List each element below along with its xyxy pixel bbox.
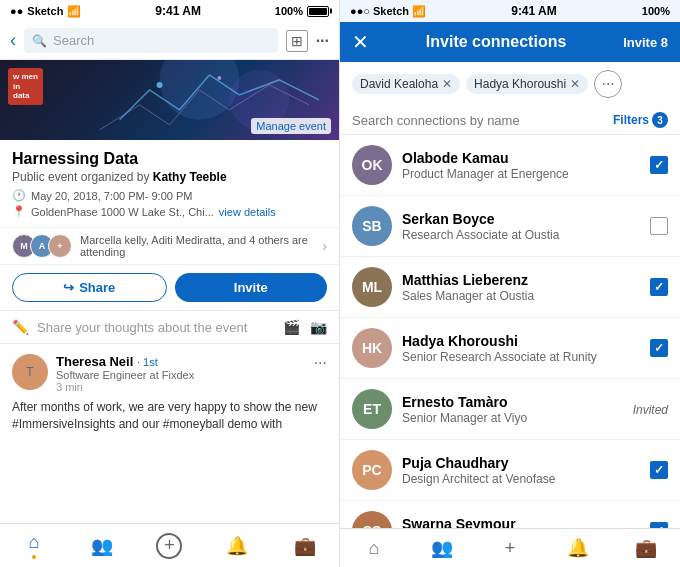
tag-david-remove[interactable]: ✕ bbox=[442, 77, 452, 91]
search-icon: 🔍 bbox=[32, 34, 47, 48]
right-battery: 100% bbox=[642, 5, 670, 17]
nav-home[interactable]: ⌂ bbox=[0, 529, 68, 562]
tag-hadya-label: Hadya Khoroushi bbox=[474, 77, 566, 91]
connection-item[interactable]: SSSwarna SeymourSenior Architect at Gold… bbox=[340, 501, 680, 528]
attendee-avatar-3: + bbox=[48, 234, 72, 258]
briefcase-icon: 💼 bbox=[294, 535, 316, 557]
post-user-title: Software Engineer at Fixdex bbox=[56, 369, 314, 381]
connection-title: Research Associate at Oustia bbox=[402, 228, 650, 242]
right-nav-notifications[interactable]: 🔔 bbox=[544, 534, 612, 562]
attendees-row[interactable]: M A + Marcella kelly, Aditi Mediratta, a… bbox=[0, 227, 339, 265]
left-nav-bar: ‹ 🔍 Search ⊞ ··· bbox=[0, 22, 339, 60]
filter-count-badge: 3 bbox=[652, 112, 668, 128]
connection-item[interactable]: MLMatthias LieberenzSales Manager at Ous… bbox=[340, 257, 680, 318]
left-panel: ●● Sketch 📶 9:41 AM 100% ‹ 🔍 Search ⊞ ··… bbox=[0, 0, 340, 567]
right-nav-network[interactable]: 👥 bbox=[408, 534, 476, 562]
nav-jobs[interactable]: 💼 bbox=[271, 529, 339, 562]
view-details-link[interactable]: view details bbox=[219, 206, 276, 218]
right-nav-add[interactable]: + bbox=[476, 534, 544, 562]
event-date-text: May 20, 2018, 7:00 PM- 9:00 PM bbox=[31, 190, 192, 202]
connection-avatar: OK bbox=[352, 145, 392, 185]
event-organizer: Kathy Teeble bbox=[153, 170, 227, 184]
invite-button[interactable]: Invite bbox=[175, 273, 328, 302]
svg-point-2 bbox=[157, 82, 163, 88]
post-avatar: T bbox=[12, 354, 48, 390]
connection-title: Senior Manager at Viyo bbox=[402, 411, 633, 425]
event-location: 📍 GoldenPhase 1000 W Lake St., Chi... vi… bbox=[12, 205, 327, 218]
search-box[interactable]: 🔍 Search bbox=[24, 28, 278, 53]
event-info: Harnessing Data Public event organized b… bbox=[0, 140, 339, 227]
signal-dots: ●● bbox=[10, 5, 23, 17]
right-nav-jobs[interactable]: 💼 bbox=[612, 534, 680, 562]
checkbox-checked[interactable] bbox=[650, 339, 668, 357]
connection-name: Matthias Lieberenz bbox=[402, 272, 650, 288]
left-bottom-nav: ⌂ 👥 + 🔔 💼 bbox=[0, 523, 339, 567]
connections-list: OKOlabode KamauProduct Manager at Energe… bbox=[340, 135, 680, 528]
manage-event-button[interactable]: Manage event bbox=[251, 118, 331, 134]
location-icon: 📍 bbox=[12, 205, 26, 218]
search-connections-input[interactable] bbox=[352, 113, 613, 128]
connection-item[interactable]: ETErnesto TamàroSenior Manager at ViyoIn… bbox=[340, 379, 680, 440]
search-placeholder: Search bbox=[53, 33, 94, 48]
share-button[interactable]: ↪ Share bbox=[12, 273, 167, 302]
checkbox-checked[interactable] bbox=[650, 461, 668, 479]
connection-avatar: PC bbox=[352, 450, 392, 490]
bell-icon: 🔔 bbox=[226, 535, 248, 557]
attendees-chevron-icon: › bbox=[322, 238, 327, 254]
nav-network[interactable]: 👥 bbox=[68, 529, 136, 562]
invite-count-button[interactable]: Invite 8 bbox=[623, 35, 668, 50]
video-icon[interactable]: 🎬 bbox=[283, 319, 300, 335]
qr-icon[interactable]: ⊞ bbox=[286, 30, 308, 52]
action-buttons: ↪ Share Invite bbox=[0, 265, 339, 310]
right-nav-home[interactable]: ⌂ bbox=[340, 534, 408, 562]
tag-david-label: David Kealoha bbox=[360, 77, 438, 91]
filters-label: Filters bbox=[613, 113, 649, 127]
wifi-icon: 📶 bbox=[67, 5, 81, 18]
connection-name: Puja Chaudhary bbox=[402, 455, 650, 471]
attendees-text: Marcella kelly, Aditi Mediratta, and 4 o… bbox=[80, 234, 322, 258]
connection-name: Serkan Boyce bbox=[402, 211, 650, 227]
tag-hadya-remove[interactable]: ✕ bbox=[570, 77, 580, 91]
right-bottom-nav: ⌂ 👥 + 🔔 💼 bbox=[340, 528, 680, 567]
post-user-info: Theresa Neil · 1st Software Engineer at … bbox=[56, 354, 314, 393]
more-menu-button[interactable]: ··· bbox=[316, 32, 329, 50]
nav-notifications[interactable]: 🔔 bbox=[203, 529, 271, 562]
post-compose-box[interactable]: ✏️ Share your thoughts about the event 🎬… bbox=[0, 310, 339, 344]
connection-item[interactable]: SBSerkan BoyceResearch Associate at Oust… bbox=[340, 196, 680, 257]
connection-item[interactable]: HKHadya KhoroushiSenior Research Associa… bbox=[340, 318, 680, 379]
checkbox-checked[interactable] bbox=[650, 278, 668, 296]
right-home-icon: ⌂ bbox=[369, 538, 380, 559]
people-icon: 👥 bbox=[91, 535, 113, 557]
right-briefcase-icon: 💼 bbox=[635, 537, 657, 559]
connection-avatar: ET bbox=[352, 389, 392, 429]
connection-item[interactable]: PCPuja ChaudharyDesign Architect at Veno… bbox=[340, 440, 680, 501]
connection-degree: · 1st bbox=[137, 356, 158, 368]
right-nav-bar: ✕ Invite connections Invite 8 bbox=[340, 22, 680, 62]
carrier-name: Sketch bbox=[27, 5, 63, 17]
right-signal: ●●○ bbox=[350, 5, 370, 17]
status-time: 9:41 AM bbox=[155, 4, 201, 18]
clock-icon: 🕐 bbox=[12, 189, 26, 202]
filters-button[interactable]: Filters 3 bbox=[613, 112, 668, 128]
attendee-avatars: M A + bbox=[12, 234, 72, 258]
event-date: 🕐 May 20, 2018, 7:00 PM- 9:00 PM bbox=[12, 189, 327, 202]
camera-icon[interactable]: 📷 bbox=[310, 319, 327, 335]
back-button[interactable]: ‹ bbox=[10, 30, 16, 51]
connection-item[interactable]: OKOlabode KamauProduct Manager at Energe… bbox=[340, 135, 680, 196]
checkbox-checked[interactable] bbox=[650, 156, 668, 174]
post-menu-button[interactable]: ··· bbox=[314, 354, 327, 372]
event-subtitle: Public event organized by Kathy Teeble bbox=[12, 170, 327, 184]
connection-avatar: SS bbox=[352, 511, 392, 528]
checkbox-empty[interactable] bbox=[650, 217, 668, 235]
right-status-left: ●●○ Sketch 📶 bbox=[350, 5, 426, 18]
more-tags-button[interactable]: ··· bbox=[594, 70, 622, 98]
status-left: ●● Sketch 📶 bbox=[10, 5, 81, 18]
event-subtitle-prefix: Public event organized by bbox=[12, 170, 153, 184]
right-panel: ●●○ Sketch 📶 9:41 AM 100% ✕ Invite conne… bbox=[340, 0, 680, 567]
invited-label: Invited bbox=[633, 403, 668, 417]
tag-david: David Kealoha ✕ bbox=[352, 74, 460, 94]
close-button[interactable]: ✕ bbox=[352, 30, 369, 54]
nav-add[interactable]: + bbox=[136, 529, 204, 562]
selected-tags-row: David Kealoha ✕ Hadya Khoroushi ✕ ··· bbox=[340, 62, 680, 106]
right-wifi-icon: 📶 bbox=[412, 5, 426, 17]
